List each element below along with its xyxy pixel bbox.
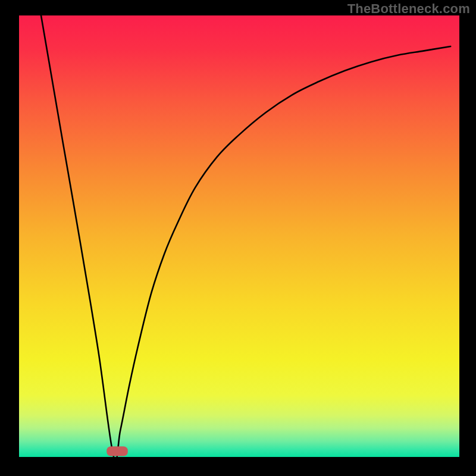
optimal-marker bbox=[107, 446, 128, 456]
bottleneck-chart bbox=[0, 0, 476, 476]
chart-frame: { "watermark": "TheBottleneck.com", "cha… bbox=[0, 0, 476, 476]
watermark-text: TheBottleneck.com bbox=[347, 1, 470, 17]
plot-gradient-background bbox=[19, 15, 459, 457]
